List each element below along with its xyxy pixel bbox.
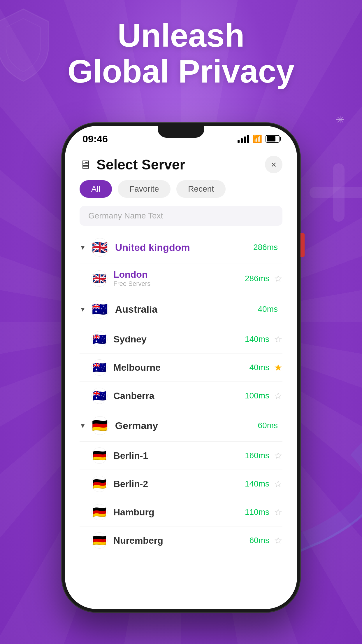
city-name-sydney: Sydney xyxy=(113,334,245,345)
tab-bar: All Favorite Recent xyxy=(80,180,282,198)
favorite-melbourne[interactable]: ★ xyxy=(274,362,282,373)
city-name-london: London xyxy=(113,269,245,280)
city-row-berlin2[interactable]: 🇩🇪 Berlin-2 140ms ☆ xyxy=(80,470,282,498)
city-name-berlin2: Berlin-2 xyxy=(113,479,245,489)
signal-icon xyxy=(238,135,249,143)
city-name-melbourne: Melbourne xyxy=(113,362,249,373)
flag-canberra: 🇦🇺 xyxy=(91,388,108,404)
flag-de: 🇩🇪 xyxy=(91,416,109,435)
city-row-hamburg[interactable]: 🇩🇪 Hamburg 110ms ☆ xyxy=(80,498,282,526)
city-sub-london: Free Servers xyxy=(113,280,245,288)
chevron-icon-uk: ▼ xyxy=(80,244,86,251)
latency-de: 60ms xyxy=(258,421,278,430)
phone-mockup: 09:46 📶 xyxy=(61,123,301,612)
tab-favorite[interactable]: Favorite xyxy=(118,180,171,198)
server-icon: 🖥 xyxy=(80,158,91,171)
tab-all[interactable]: All xyxy=(80,180,112,198)
star-deco: ✳ xyxy=(336,114,345,126)
header-left: 🖥 Select Server xyxy=(80,157,185,173)
screen-header: 🖥 Select Server × xyxy=(80,147,282,180)
city-row-melbourne[interactable]: 🇦🇺 Melbourne 40ms ★ xyxy=(80,353,282,382)
latency-london: 286ms xyxy=(245,274,269,283)
city-row-canberra[interactable]: 🇦🇺 Canberra 100ms ☆ xyxy=(80,382,282,410)
chevron-icon-de: ▼ xyxy=(80,422,86,430)
flag-nuremberg: 🇩🇪 xyxy=(91,532,108,549)
city-name-canberra: Canberra xyxy=(113,391,245,401)
notch xyxy=(158,126,204,138)
status-icons: 📶 xyxy=(238,134,280,144)
country-name-uk: United kingdom xyxy=(115,242,253,253)
favorite-london[interactable]: ☆ xyxy=(274,273,282,284)
phone-screen: 09:46 📶 xyxy=(65,126,297,609)
latency-hamburg: 110ms xyxy=(245,508,269,517)
favorite-hamburg[interactable]: ☆ xyxy=(274,507,282,518)
latency-nuremberg: 60ms xyxy=(249,536,269,545)
flag-berlin2: 🇩🇪 xyxy=(91,476,108,492)
city-info-canberra: Canberra xyxy=(113,391,245,401)
chevron-icon-au: ▼ xyxy=(80,306,86,313)
country-name-au: Australia xyxy=(115,304,258,315)
battery-icon xyxy=(266,135,280,143)
close-button[interactable]: × xyxy=(265,156,282,173)
latency-sydney: 140ms xyxy=(245,335,269,344)
search-bar[interactable]: Germany Name Text xyxy=(80,206,282,226)
tab-recent[interactable]: Recent xyxy=(176,180,226,198)
status-time: 09:46 xyxy=(82,133,108,145)
city-info-sydney: Sydney xyxy=(113,334,245,345)
latency-berlin1: 160ms xyxy=(245,451,269,460)
city-name-hamburg: Hamburg xyxy=(113,507,245,518)
city-name-berlin1: Berlin-1 xyxy=(113,450,245,461)
phone-body: 09:46 📶 xyxy=(61,123,301,612)
country-row-de[interactable]: ▼ 🇩🇪 Germany 60ms xyxy=(80,410,282,441)
svg-rect-1 xyxy=(310,187,362,198)
flag-hamburg: 🇩🇪 xyxy=(91,504,108,520)
country-row-au[interactable]: ▼ 🇦🇺 Australia 40ms xyxy=(80,293,282,325)
latency-melbourne: 40ms xyxy=(249,363,269,372)
flag-sydney: 🇦🇺 xyxy=(91,331,108,347)
country-row-uk[interactable]: ▼ 🇬🇧 United kingdom 286ms xyxy=(80,232,282,263)
favorite-canberra[interactable]: ☆ xyxy=(274,390,282,401)
country-name-de: Germany xyxy=(115,420,258,431)
favorite-berlin2[interactable]: ☆ xyxy=(274,478,282,489)
plus-deco xyxy=(310,163,362,222)
city-row-berlin1[interactable]: 🇩🇪 Berlin-1 160ms ☆ xyxy=(80,441,282,470)
city-row-london[interactable]: 🇬🇧 London Free Servers 286ms ☆ xyxy=(80,263,282,293)
city-info-london: London Free Servers xyxy=(113,269,245,288)
favorite-nuremberg[interactable]: ☆ xyxy=(274,535,282,546)
favorite-sydney[interactable]: ☆ xyxy=(274,334,282,345)
flag-melbourne: 🇦🇺 xyxy=(91,359,108,376)
flag-au: 🇦🇺 xyxy=(91,300,109,318)
favorite-berlin1[interactable]: ☆ xyxy=(274,450,282,461)
wifi-icon: 📶 xyxy=(253,134,262,144)
flag-london: 🇬🇧 xyxy=(91,270,108,287)
app-content: 🖥 Select Server × All Favorite Recent Ge… xyxy=(65,147,297,554)
server-list: ▼ 🇬🇧 United kingdom 286ms 🇬🇧 London Free… xyxy=(80,232,282,554)
flag-uk: 🇬🇧 xyxy=(91,238,109,257)
latency-uk: 286ms xyxy=(253,243,278,252)
latency-canberra: 100ms xyxy=(245,391,269,400)
city-info-nuremberg: Nuremberg xyxy=(113,535,249,546)
latency-au: 40ms xyxy=(258,304,278,314)
power-button xyxy=(301,233,305,257)
flag-berlin1: 🇩🇪 xyxy=(91,447,108,464)
city-row-sydney[interactable]: 🇦🇺 Sydney 140ms ☆ xyxy=(80,325,282,353)
city-info-berlin1: Berlin-1 xyxy=(113,450,245,461)
city-info-hamburg: Hamburg xyxy=(113,507,245,518)
latency-berlin2: 140ms xyxy=(245,479,269,489)
city-row-nuremberg[interactable]: 🇩🇪 Nuremberg 60ms ☆ xyxy=(80,526,282,554)
headline: Unleash Global Privacy xyxy=(0,18,362,89)
city-info-melbourne: Melbourne xyxy=(113,362,249,373)
screen-title: Select Server xyxy=(96,157,185,173)
city-name-nuremberg: Nuremberg xyxy=(113,535,249,546)
city-info-berlin2: Berlin-2 xyxy=(113,479,245,489)
